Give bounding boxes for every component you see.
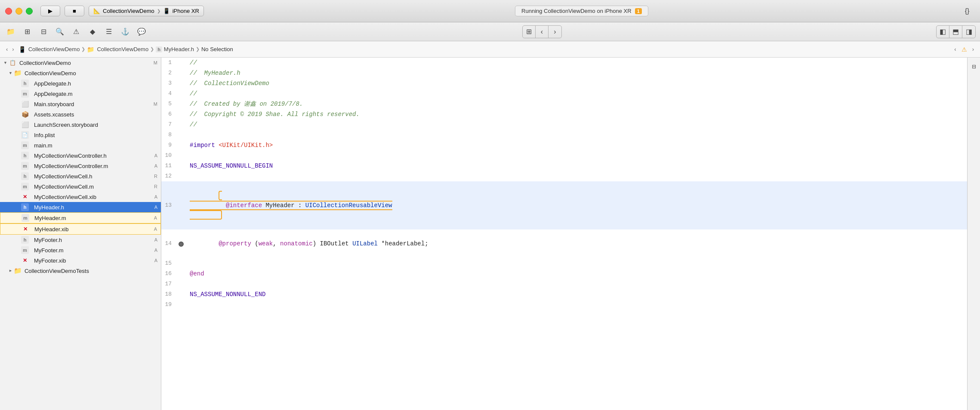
- code-line-11: 11 NS_ASSUME_NONNULL_BEGIN: [161, 161, 967, 171]
- title-right: {}: [959, 5, 975, 17]
- mycell-m-label: MyCollectionViewCell.m: [34, 184, 151, 190]
- code-line-5: 5 // Created by 谢鑫 on 2019/7/8.: [161, 99, 967, 109]
- traffic-lights: [5, 8, 33, 15]
- myheader-h-icon: h: [21, 203, 29, 211]
- mycell-h-label: MyCollectionViewCell.h: [34, 173, 151, 180]
- main-storyboard-label: Main.storyboard: [34, 101, 151, 107]
- minimize-button[interactable]: [15, 8, 22, 15]
- title-center: Running CollectionViewDemo on iPhone XR …: [208, 6, 955, 16]
- code-line-10: 10: [161, 150, 967, 161]
- search-toolbar-icon[interactable]: 🔍: [53, 26, 66, 38]
- sidebar-item-main-m[interactable]: m main.m: [0, 140, 161, 150]
- breadcrumb: 📱 CollectionViewDemo ❯ 📁 CollectionViewD…: [18, 46, 233, 53]
- myfooter-h-icon: h: [21, 236, 29, 244]
- sidebar-item-project-root[interactable]: ▼ 📋 CollectionViewDemo M: [0, 58, 161, 68]
- sidebar-item-mycell-xib[interactable]: ✕ MyCollectionViewCell.xib A: [0, 192, 161, 202]
- breakpoint-dot[interactable]: [179, 242, 184, 247]
- grid-view-button[interactable]: ⊞: [523, 26, 536, 38]
- mycell-xib-badge: A: [154, 194, 157, 199]
- myfooter-h-badge: A: [154, 237, 157, 242]
- anchor-toolbar-icon[interactable]: ⚓: [119, 26, 132, 38]
- nav-back-button[interactable]: ‹: [536, 26, 549, 38]
- left-panel-button[interactable]: ◧: [937, 26, 949, 38]
- appdelegate-h-icon: h: [21, 80, 29, 87]
- folder-bc-icon: 📁: [87, 46, 94, 53]
- scheme-selector[interactable]: 📐 CollectionViewDemo ❯ 📱 iPhone XR: [89, 6, 204, 16]
- sidebar-item-main-folder[interactable]: ▼ 📁 CollectionViewDemo: [0, 68, 161, 78]
- sidebar-item-assets[interactable]: 📦 Assets.xcassets: [0, 109, 161, 119]
- nav-bar-right: ‹ ⚠ ›: [952, 45, 976, 53]
- sidebar-item-mycell-m[interactable]: m MyCollectionViewCell.m R: [0, 181, 161, 192]
- mycell-m-icon: m: [21, 183, 29, 190]
- appdelegate-h-label: AppDelegate.h: [34, 80, 157, 87]
- sidebar-item-mycvc-h[interactable]: h MyCollectionViewController.h A: [0, 150, 161, 161]
- sidebar-item-myfooter-m[interactable]: m MyFooter.m A: [0, 245, 161, 255]
- myfooter-m-badge: A: [154, 248, 157, 253]
- code-line-13: 13 @interface MyHeader : UICollectionReu…: [161, 181, 967, 229]
- sidebar-item-myfooter-xib[interactable]: ✕ MyFooter.xib A: [0, 255, 161, 266]
- mycell-h-badge: R: [154, 174, 157, 179]
- myfooter-m-icon: m: [21, 246, 29, 254]
- launch-storyboard-label: LaunchScreen.storyboard: [34, 122, 157, 128]
- myfooter-m-label: MyFooter.m: [34, 247, 152, 254]
- sidebar-item-appdelegate-m[interactable]: m AppDelegate.m: [0, 89, 161, 99]
- breadcrumb-selection[interactable]: No Selection: [201, 46, 233, 52]
- scheme-label: CollectionViewDemo: [103, 8, 154, 14]
- folder-toolbar-icon[interactable]: 📁: [4, 26, 17, 38]
- list-toolbar-icon[interactable]: ☰: [102, 26, 115, 38]
- project-root-label: CollectionViewDemo: [19, 60, 151, 66]
- myheader-m-icon: m: [22, 214, 29, 222]
- sidebar-item-main-storyboard[interactable]: ⬜ Main.storyboard M: [0, 99, 161, 109]
- braces-button[interactable]: {}: [959, 5, 975, 17]
- comment-toolbar-icon[interactable]: 💬: [135, 26, 148, 38]
- close-button[interactable]: [5, 8, 12, 15]
- editor-back-button[interactable]: ‹: [952, 45, 958, 53]
- sidebar-item-appdelegate-h[interactable]: h AppDelegate.h: [0, 78, 161, 89]
- grid-toolbar-icon[interactable]: ⊞: [21, 26, 34, 38]
- breadcrumb-forward-button[interactable]: ›: [10, 45, 15, 53]
- breadcrumb-folder[interactable]: CollectionViewDemo: [97, 46, 148, 52]
- right-inspector-panel: ⊟: [967, 58, 980, 410]
- editor-forward-button[interactable]: ›: [971, 45, 976, 53]
- sidebar-item-info-plist[interactable]: 📄 Info.plist: [0, 130, 161, 140]
- mycell-m-badge: R: [154, 184, 157, 189]
- assets-label: Assets.xcassets: [34, 111, 157, 118]
- bottom-panel-button[interactable]: ⬒: [949, 26, 962, 38]
- hierarchy-toolbar-icon[interactable]: ⊟: [37, 26, 50, 38]
- folder-triangle-icon: ▼: [9, 71, 12, 75]
- sidebar-item-mycell-h[interactable]: h MyCollectionViewCell.h R: [0, 171, 161, 181]
- project-root-badge: M: [154, 60, 157, 65]
- stop-button[interactable]: ■: [65, 6, 84, 16]
- inspector-button[interactable]: ⊟: [968, 61, 980, 72]
- mycell-h-icon: h: [21, 172, 29, 180]
- launch-storyboard-icon: ⬜: [21, 121, 29, 129]
- device-label: iPhone XR: [173, 8, 199, 14]
- breadcrumb-project[interactable]: CollectionViewDemo: [28, 46, 80, 52]
- diamond-toolbar-icon[interactable]: ◆: [86, 26, 99, 38]
- mycvc-m-label: MyCollectionViewController.m: [34, 163, 152, 169]
- mycvc-m-badge: A: [154, 163, 157, 168]
- sidebar-item-launch-storyboard[interactable]: ⬜ LaunchScreen.storyboard: [0, 119, 161, 130]
- sidebar-item-myheader-m[interactable]: m MyHeader.m A: [0, 212, 161, 223]
- myheader-h-badge: A: [154, 205, 157, 210]
- nav-bar: ‹ › 📱 CollectionViewDemo ❯ 📁 CollectionV…: [0, 41, 980, 58]
- sidebar-item-tests-folder[interactable]: ▼ 📁 CollectionViewDemoTests: [0, 266, 161, 276]
- appdelegate-m-label: AppDelegate.m: [34, 91, 157, 97]
- play-button[interactable]: ▶: [40, 6, 60, 16]
- code-line-12: 12: [161, 171, 967, 181]
- info-plist-label: Info.plist: [34, 132, 157, 138]
- main-layout: ▼ 📋 CollectionViewDemo M ▼ 📁 CollectionV…: [0, 58, 980, 410]
- breadcrumb-file[interactable]: MyHeader.h: [164, 46, 194, 52]
- breadcrumb-back-button[interactable]: ‹: [4, 45, 9, 53]
- warning-toolbar-icon[interactable]: ⚠: [70, 26, 83, 38]
- right-panel-button[interactable]: ◨: [962, 26, 975, 38]
- nav-forward-button[interactable]: ›: [549, 26, 561, 38]
- sidebar-item-myheader-h[interactable]: h MyHeader.h A: [0, 202, 161, 212]
- maximize-button[interactable]: [26, 8, 33, 15]
- sidebar-item-mycvc-m[interactable]: m MyCollectionViewController.m A: [0, 161, 161, 171]
- code-line-4: 4 //: [161, 89, 967, 99]
- sidebar-item-myfooter-h[interactable]: h MyFooter.h A: [0, 235, 161, 245]
- code-editor[interactable]: 1 // 2 // MyHeader.h 3 // CollectionView…: [161, 58, 967, 410]
- toolbar: 📁 ⊞ ⊟ 🔍 ⚠ ◆ ☰ ⚓ 💬 ⊞ ‹ › ◧ ⬒ ◨: [0, 22, 980, 41]
- sidebar-item-myheader-xib[interactable]: ✕ MyHeader.xib A: [0, 223, 161, 235]
